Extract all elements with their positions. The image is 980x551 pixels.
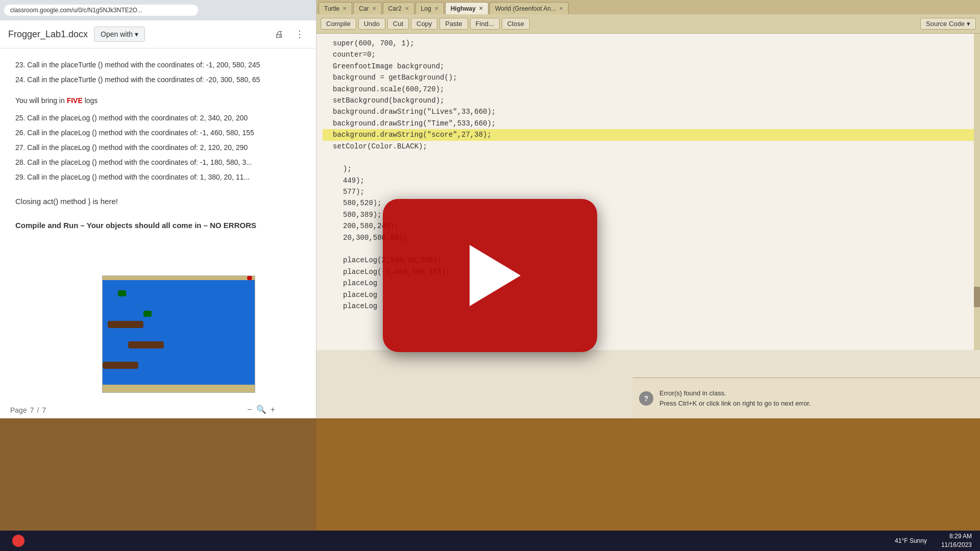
frog-sprite-1 (118, 290, 126, 296)
tab-world-close[interactable]: ✕ (559, 6, 563, 11)
code-line-7: background.drawString("Lives",33,660); (323, 106, 974, 117)
page-current: 7 (30, 406, 34, 414)
compile-run-text: Compile and Run – Your objects should al… (15, 218, 301, 232)
toolbar-icons: 🖨 ⋮ (271, 26, 308, 42)
doc-item-29: 29. Call in the placeLog () method with … (15, 171, 301, 184)
logs-suffix: logs (83, 96, 98, 105)
url-bar[interactable]: classroom.google.com/u/0/c/N1g5NJk3NTE2O… (4, 5, 198, 16)
open-with-button[interactable]: Open with ▾ (94, 27, 145, 42)
doc-title: Frogger_Lab1.docx (8, 29, 88, 40)
tab-turtle-close[interactable]: ✕ (342, 6, 347, 11)
doc-item-23: 23. Call in the placeTurtle () method wi… (15, 59, 301, 71)
clock-time: 8:29 AM (941, 532, 972, 541)
tab-car[interactable]: Car ✕ (353, 2, 381, 14)
clock-date: 11/16/2023 (941, 541, 972, 549)
more-options-icon[interactable]: ⋮ (291, 26, 308, 42)
compile-button[interactable]: Compile (321, 18, 356, 30)
help-icon[interactable]: ? (639, 391, 653, 406)
tab-car2[interactable]: Car2 ✕ (383, 2, 414, 14)
weather-info: 41°F Sunny (895, 537, 927, 544)
code-line-14: 577); (323, 186, 974, 197)
zoom-controls: − 🔍 + (247, 405, 275, 414)
code-line-3: GreenfootImage background; (323, 61, 974, 72)
chevron-down-icon: ▾ (135, 30, 138, 38)
page-separator: / (37, 406, 39, 414)
doc-item-27: 27. Call in the placeLog () method with … (15, 141, 301, 154)
tab-highway-label: Highway (451, 5, 476, 12)
log-sprite-3 (103, 362, 138, 369)
closing-method-text: Closing act() method } is here! (15, 194, 301, 208)
page-label: Page (10, 406, 27, 414)
doc-content: 23. Call in the placeTurtle () method wi… (0, 48, 316, 242)
error-line-1: Error(s) found in class. (659, 388, 811, 398)
undo-button[interactable]: Undo (358, 18, 385, 30)
doc-item-28: 28. Call in the placeLog () method with … (15, 156, 301, 169)
tab-world-label: World (Greenfoot An... (495, 5, 556, 12)
code-line-13: 449); (323, 175, 974, 186)
print-icon[interactable]: 🖨 (271, 26, 287, 42)
tab-turtle[interactable]: Turtle ✕ (318, 2, 352, 14)
zoom-out-icon[interactable]: − (247, 405, 252, 414)
code-line-10: setColor(Color.BLACK); (323, 141, 974, 152)
code-line-4: background = getBackground(); (323, 72, 974, 83)
tab-car2-close[interactable]: ✕ (405, 6, 409, 11)
game-top-bar (103, 276, 255, 280)
docs-toolbar: Frogger_Lab1.docx Open with ▾ 🖨 ⋮ (0, 20, 316, 48)
source-code-button[interactable]: Source Code ▾ (920, 18, 976, 30)
play-triangle-icon (470, 245, 521, 306)
zoom-in-icon[interactable]: + (271, 405, 275, 414)
ide-toolbar: Compile Undo Cut Copy Paste Find... Clos… (316, 14, 980, 34)
cut-button[interactable]: Cut (387, 18, 409, 30)
left-panel-docs: classroom.google.com/u/0/c/N1g5NJk3NTE2O… (0, 0, 316, 418)
tab-highway-close[interactable]: ✕ (479, 6, 483, 11)
scrollbar-thumb[interactable] (974, 287, 980, 307)
error-bar: ? Error(s) found in class. Press Ctrl+K … (633, 378, 980, 418)
five-logs-section: You will bring in FIVE logs (15, 94, 301, 107)
paste-button[interactable]: Paste (439, 18, 468, 30)
error-line-2: Press Ctrl+K or click link on right to g… (659, 398, 811, 409)
system-taskbar: 41°F Sunny 8:29 AM 11/16/2023 (0, 531, 980, 551)
browser-bar: classroom.google.com/u/0/c/N1g5NJk3NTE2O… (0, 0, 316, 20)
tab-turtle-label: Turtle (324, 5, 339, 12)
log-sprite-2 (128, 341, 164, 348)
tab-car-close[interactable]: ✕ (372, 6, 376, 11)
tab-bar: Turtle ✕ Car ✕ Car2 ✕ Log ✕ Highway ✕ Wo… (316, 0, 980, 14)
tab-world[interactable]: World (Greenfoot An... ✕ (489, 2, 569, 14)
source-code-label: Source Code (926, 20, 965, 28)
tab-log-label: Log (421, 5, 431, 12)
screen: classroom.google.com/u/0/c/N1g5NJk3NTE2O… (0, 0, 980, 551)
code-line-6: setBackground(background); (323, 95, 974, 106)
source-code-dropdown-icon: ▾ (967, 20, 970, 28)
tab-log-close[interactable]: ✕ (434, 6, 438, 11)
code-line-blank (323, 152, 974, 163)
system-clock: 8:29 AM 11/16/2023 (941, 532, 972, 549)
youtube-play-button[interactable] (383, 199, 597, 352)
page-total: 7 (42, 406, 46, 414)
doc-item-26: 26. Call in the placeLog () method with … (15, 127, 301, 139)
code-line-9-highlight: background.drawString("score",27,38); (323, 129, 974, 140)
editor-scrollbar[interactable] (974, 34, 980, 350)
zoom-icon[interactable]: 🔍 (256, 405, 266, 414)
code-line-5: background.scale(600,720); (323, 84, 974, 95)
close-editor-button[interactable]: Close (502, 18, 530, 30)
tab-highway[interactable]: Highway ✕ (445, 2, 488, 14)
tab-car2-label: Car2 (388, 5, 402, 12)
youtube-overlay[interactable] (383, 199, 597, 352)
copy-button[interactable]: Copy (411, 18, 437, 30)
error-text: Error(s) found in class. Press Ctrl+K or… (659, 388, 811, 408)
code-line-12: ); (323, 163, 974, 174)
page-indicator: Page 7 / 7 (10, 406, 46, 414)
chrome-icon (12, 535, 24, 547)
log-sprite-1 (108, 321, 143, 328)
code-line-1: super(600, 700, 1); (323, 38, 974, 49)
code-line-2: counter=0; (323, 49, 974, 60)
find-button[interactable]: Find... (470, 18, 500, 30)
game-water-area (103, 280, 255, 385)
doc-item-25: 25. Call in the placeLog () method with … (15, 112, 301, 124)
tab-log[interactable]: Log ✕ (415, 2, 444, 14)
game-preview-thumbnail (102, 276, 255, 393)
five-logs-prefix: You will bring in (15, 96, 67, 105)
taskbar-chrome-icon[interactable] (8, 533, 29, 549)
frog-sprite-2 (143, 311, 152, 317)
system-tray: 41°F Sunny 8:29 AM 11/16/2023 (895, 532, 972, 549)
